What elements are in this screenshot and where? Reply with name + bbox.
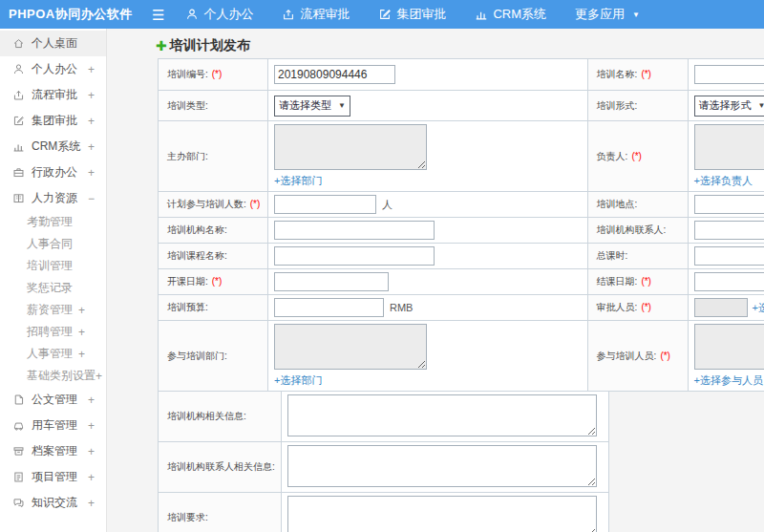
table-row: 参与培训部门: +选择部门 参与培训人员:(*) +选择参与人员 (159, 321, 764, 392)
sidebar-item-personal-office[interactable]: 个人办公 + (0, 56, 106, 82)
select-join-users-link[interactable]: +选择参与人员 (694, 373, 763, 388)
host-department-textarea[interactable] (274, 124, 427, 170)
table-row: 培训课程名称: 总课时: (159, 244, 764, 269)
main-content: ✚ 培训计划发布 培训编号:(*) 培训名称:(*) 培训类型: 请选择类型▼ … (107, 29, 764, 532)
sidebar-item-vehicle[interactable]: 用车管理 + (0, 413, 106, 438)
training-type-select[interactable]: 请选择类型▼ (274, 96, 350, 117)
user-icon (185, 8, 199, 21)
flow-approval-icon (12, 89, 25, 101)
org-info-textarea[interactable] (287, 394, 597, 436)
org-contact-input[interactable] (694, 221, 764, 240)
select-leader-link[interactable]: +选择负责人 (694, 174, 753, 188)
group-approval-icon (12, 115, 25, 127)
leader-textarea[interactable] (694, 124, 764, 170)
chat-icon (12, 497, 25, 509)
training-name-input[interactable] (694, 65, 764, 84)
desktop-home-icon (12, 37, 25, 50)
sidebar-subitem-hr-contract[interactable]: 人事合同 (0, 233, 106, 255)
briefcase-icon (12, 166, 25, 179)
table-row: 培训机构联系人相关信息: (159, 442, 609, 493)
requirements-textarea[interactable] (287, 496, 597, 532)
app-logo: PHPOA协同办公软件 (0, 6, 152, 23)
table-row: 培训预算: RMB 审批人员:(*) +选择审批人员 (159, 295, 764, 321)
car-icon (12, 419, 25, 432)
unit-label: 人 (382, 199, 393, 210)
sidebar-subitem-rewards[interactable]: 奖惩记录 (0, 277, 106, 299)
top-navigation: 个人办公 流程审批 集团审批 CRM系统 更多应用 (185, 6, 640, 23)
add-icon: ✚ (156, 38, 167, 53)
sidebar-item-admin-office[interactable]: 行政办公 + (0, 160, 106, 185)
group-approval-icon (378, 8, 392, 21)
crm-chart-icon (12, 140, 25, 153)
menu-icon[interactable]: ☰ (152, 8, 164, 22)
sidebar-subitem-attendance[interactable]: 考勤管理 (0, 211, 106, 233)
training-number-input[interactable] (274, 65, 395, 84)
sidebar-item-documents[interactable]: 公文管理 + (0, 387, 106, 413)
select-join-department-link[interactable]: +选择部门 (274, 373, 322, 388)
sidebar-item-crm[interactable]: CRM系统 + (0, 134, 106, 160)
table-row: 计划参与培训人数:(*) 人 培训地点: (159, 192, 764, 218)
select-approver-link[interactable]: +选择审批人员 (753, 301, 764, 315)
sidebar-item-projects[interactable]: 项目管理 + (0, 464, 106, 490)
project-icon (12, 471, 25, 483)
table-row: 开课日期:(*) 结课日期:(*) (159, 269, 764, 295)
course-name-input[interactable] (274, 246, 435, 266)
training-mode-select[interactable]: 请选择形式▼ (694, 96, 764, 117)
topnav-crm[interactable]: CRM系统 (475, 6, 546, 23)
sidebar-subitem-base-category[interactable]: 基础类别设置 + (0, 365, 106, 387)
sidebar-item-flow-approval[interactable]: 流程审批 + (0, 82, 106, 108)
location-input[interactable] (694, 195, 764, 214)
flow-approval-icon (282, 8, 295, 21)
hr-book-icon (12, 192, 25, 204)
join-users-textarea[interactable] (694, 324, 764, 370)
sidebar-item-group-approval[interactable]: 集团审批 + (0, 108, 106, 134)
approver-input[interactable] (694, 298, 748, 317)
join-departments-textarea[interactable] (274, 324, 427, 370)
caret-down-icon: ▼ (632, 11, 640, 19)
sidebar-subitem-salary[interactable]: 薪资管理 + (0, 299, 106, 321)
topbar: PHPOA协同办公软件 ☰ 个人办公 流程审批 集团审批 (0, 0, 764, 29)
archive-icon (12, 445, 25, 458)
table-row: 培训类型: 请选择类型▼ 培训形式: 请选择形式▼ (159, 91, 764, 121)
sidebar-subitem-recruit[interactable]: 招聘管理 + (0, 321, 106, 343)
budget-input[interactable] (274, 298, 384, 317)
sidebar-subitem-training[interactable]: 培训管理 (0, 255, 106, 277)
page-title: ✚ 培训计划发布 (156, 37, 250, 54)
sidebar-item-hr[interactable]: 人力资源 − (0, 185, 106, 211)
start-date-input[interactable] (274, 272, 389, 291)
caret-down-icon: ▼ (338, 101, 346, 110)
sidebar-subitem-personnel[interactable]: 人事管理 + (0, 343, 106, 365)
table-row: 主办部门: +选择部门 负责人:(*) +选择负责人 (159, 121, 764, 192)
table-row: 培训编号:(*) 培训名称:(*) (159, 59, 764, 91)
training-plan-form: 培训编号:(*) 培训名称:(*) 培训类型: 请选择类型▼ 培训形式: 请选择… (158, 58, 764, 532)
table-row: 培训机构名称: 培训机构联系人: (159, 218, 764, 244)
sidebar: 个人桌面 个人办公 + 流程审批 + 集团审批 + CRM系统 + 行政办公 +… (0, 29, 107, 532)
select-department-link[interactable]: +选择部门 (274, 174, 322, 188)
table-row: 培训要求: (159, 493, 609, 532)
org-contact-info-textarea[interactable] (287, 445, 597, 487)
document-icon (12, 394, 25, 406)
caret-down-icon: ▼ (758, 101, 764, 110)
total-hours-input[interactable] (694, 246, 764, 266)
form-table-bottom: 培训机构相关信息: 培训机构联系人相关信息: 培训要求: 附件文档: +附件上传 (158, 391, 609, 532)
topnav-more-apps[interactable]: 更多应用 ▼ (575, 6, 640, 23)
crm-chart-icon (475, 8, 488, 21)
user-icon (12, 63, 25, 75)
currency-label: RMB (390, 302, 413, 313)
end-date-input[interactable] (694, 272, 764, 291)
planned-count-input[interactable] (274, 195, 376, 214)
sidebar-item-knowledge[interactable]: 知识交流 + (0, 490, 106, 516)
sidebar-item-archives[interactable]: 档案管理 + (0, 438, 106, 464)
form-table-top: 培训编号:(*) 培训名称:(*) 培训类型: 请选择类型▼ 培训形式: 请选择… (158, 58, 764, 392)
sidebar-item-personal-desktop[interactable]: 个人桌面 (0, 31, 106, 56)
topnav-personal-office[interactable]: 个人办公 (185, 6, 253, 23)
org-name-input[interactable] (274, 221, 435, 240)
table-row: 培训机构相关信息: (159, 392, 609, 442)
topnav-group-approval[interactable]: 集团审批 (378, 6, 446, 23)
topnav-flow-approval[interactable]: 流程审批 (282, 6, 350, 23)
